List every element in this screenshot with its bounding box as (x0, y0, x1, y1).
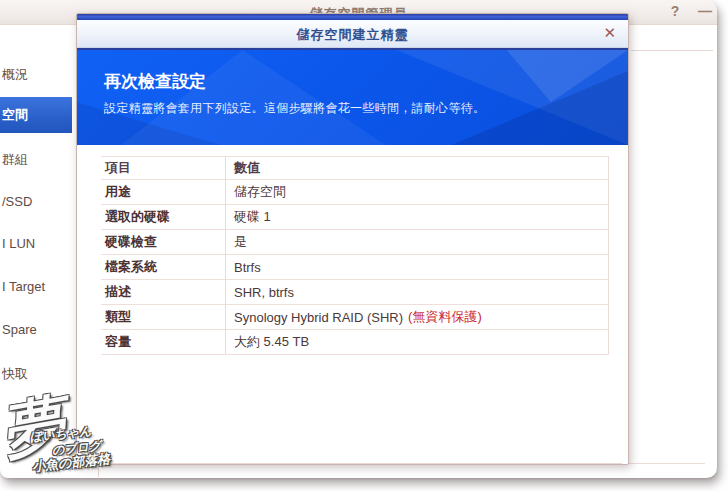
volume-creation-wizard-dialog: 儲存空間建立精靈 ✕ 再次檢查設定 設定精靈將會套用下列設定。這個步驟將會花一些… (76, 13, 629, 465)
column-header-value: 數值 (226, 157, 609, 179)
table-row: 選取的硬碟 硬碟 1 (101, 205, 609, 230)
sidebar-item-iscsi-lun[interactable]: I LUN (0, 236, 72, 254)
sidebar-item-hot-spare[interactable]: Spare (0, 322, 72, 340)
no-data-protection-warning: (無資料保護) (408, 308, 482, 326)
sidebar-item-volume[interactable]: 空間 (0, 97, 72, 133)
item-cell: 選取的硬碟 (101, 205, 226, 229)
dialog-footer: 上一步 套用 取消 (77, 463, 628, 465)
value-text: 是 (234, 233, 247, 251)
wizard-step-header: 再次檢查設定 設定精靈將會套用下列設定。這個步驟將會花一些時間，請耐心等待。 (77, 48, 628, 145)
dialog-body: 項目 數值 用途 儲存空間 選取的硬碟 硬碟 1 硬碟檢查 是 檔案系統 B (77, 145, 628, 463)
value-text: 硬碟 1 (234, 208, 271, 226)
table-row: 硬碟檢查 是 (101, 230, 609, 255)
value-text: Btrfs (234, 260, 261, 275)
dialog-titlebar: 儲存空間建立精靈 ✕ (77, 20, 628, 48)
table-row: 容量 大約 5.45 TB (101, 330, 609, 355)
sidebar-item-disk-group[interactable]: 群組 (0, 151, 72, 169)
table-row: 描述 SHR, btrfs (101, 280, 609, 305)
value-text: Synology Hybrid RAID (SHR) (234, 310, 403, 325)
table-row: 用途 儲存空間 (101, 180, 609, 205)
item-cell: 描述 (101, 280, 226, 304)
item-cell: 用途 (101, 180, 226, 204)
close-icon[interactable]: ✕ (603, 24, 616, 42)
value-cell: 是 (226, 230, 609, 254)
sidebar: 概況 空間 群組 /SSD I LUN I Target Spare 快取 (0, 25, 72, 478)
minimize-icon[interactable]: — (696, 3, 714, 19)
background-panel-divider (98, 463, 99, 477)
value-cell: 大約 5.45 TB (226, 330, 609, 354)
storage-manager-window: 儲存空間管理員 ? — 概況 空間 群組 /SSD I LUN I Target… (0, 0, 717, 478)
item-cell: 類型 (101, 305, 226, 329)
value-text: 儲存空間 (234, 183, 286, 201)
sidebar-item-iscsi-target[interactable]: I Target (0, 279, 72, 297)
step-title: 再次檢查設定 (104, 70, 206, 93)
table-header-row: 項目 數值 (101, 157, 609, 180)
value-text: SHR, btrfs (234, 285, 294, 300)
step-subtitle: 設定精靈將會套用下列設定。這個步驟將會花一些時間，請耐心等待。 (104, 100, 485, 117)
help-icon[interactable]: ? (666, 3, 684, 19)
footer-divider (91, 463, 622, 464)
sidebar-item-ssd-cache[interactable]: 快取 (0, 365, 72, 383)
table-row: 類型 Synology Hybrid RAID (SHR) (無資料保護) (101, 305, 609, 330)
background-toolbar-divider (631, 50, 713, 51)
item-cell: 硬碟檢查 (101, 230, 226, 254)
value-cell: Synology Hybrid RAID (SHR) (無資料保護) (226, 305, 609, 329)
table-row: 檔案系統 Btrfs (101, 255, 609, 280)
sidebar-item-overview[interactable]: 概況 (0, 66, 72, 84)
dialog-title: 儲存空間建立精靈 (77, 26, 628, 44)
value-text: 大約 5.45 TB (234, 333, 309, 351)
item-cell: 容量 (101, 330, 226, 354)
value-cell: 儲存空間 (226, 180, 609, 204)
value-cell: 硬碟 1 (226, 205, 609, 229)
value-cell: Btrfs (226, 255, 609, 279)
settings-summary-table: 項目 數值 用途 儲存空間 選取的硬碟 硬碟 1 硬碟檢查 是 檔案系統 B (101, 156, 609, 355)
sidebar-item-hdd-ssd[interactable]: /SSD (0, 194, 72, 212)
column-header-item: 項目 (101, 157, 226, 179)
item-cell: 檔案系統 (101, 255, 226, 279)
value-cell: SHR, btrfs (226, 280, 609, 304)
